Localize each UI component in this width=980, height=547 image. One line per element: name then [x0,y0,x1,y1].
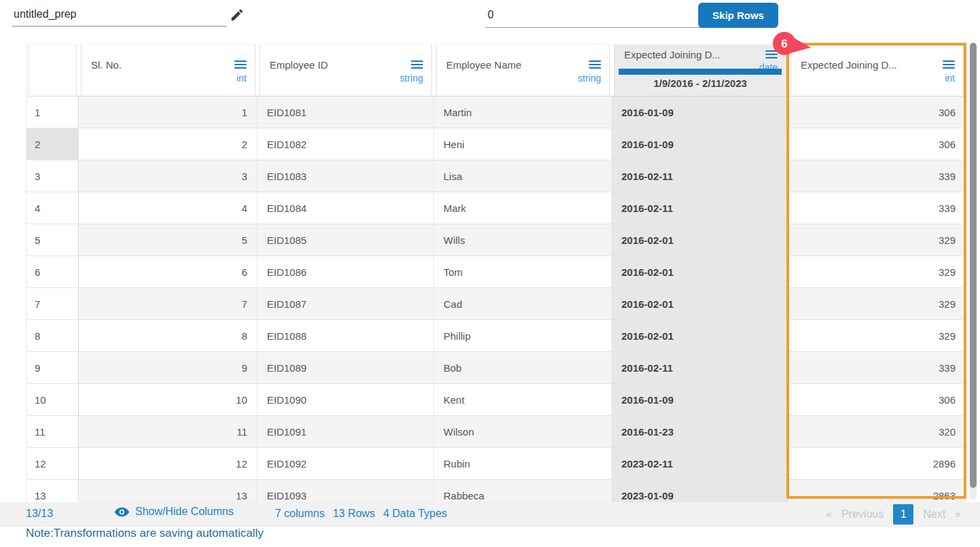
date-range-slider[interactable] [619,69,782,75]
pagination: « Previous 1 Next » [826,504,961,525]
cell-sl-no[interactable]: 4 [79,192,257,224]
cell-sl-no[interactable]: 5 [79,224,257,255]
cell-employee-name[interactable]: Rubin [434,448,612,479]
cell-joining-date[interactable]: 2016-01-09 [612,384,788,415]
cell-employee-id[interactable]: EID1084 [257,192,434,224]
cell-joining-date[interactable]: 2016-02-11 [612,192,788,224]
cell-employee-id[interactable]: EID1088 [257,320,434,351]
column-header-5[interactable]: Expected Joining D...int [788,45,966,96]
prep-name-input[interactable] [12,3,227,27]
cell-employee-id[interactable]: EID1092 [257,448,434,479]
row-number-cell[interactable]: 3 [26,160,79,192]
cell-joining-days[interactable]: 329 [788,224,966,255]
column-menu-icon[interactable] [943,60,955,71]
row-number-cell[interactable]: 6 [26,256,79,287]
cell-employee-id[interactable]: EID1081 [257,96,434,128]
cell-joining-days[interactable]: 339 [788,192,966,224]
cell-employee-name[interactable]: Lisa [434,160,612,192]
cell-employee-id[interactable]: EID1090 [257,384,434,415]
previous-page-arrow[interactable]: « [826,508,832,520]
cell-sl-no[interactable]: 12 [79,448,257,479]
cell-sl-no[interactable]: 8 [79,320,257,351]
column-header-1[interactable]: Sl. No.int [79,45,257,96]
cell-sl-no[interactable]: 9 [79,352,257,383]
row-number-cell[interactable]: 8 [26,320,79,351]
cell-sl-no[interactable]: 1 [79,96,257,128]
cell-employee-name[interactable]: Martin [434,96,612,128]
cell-employee-name[interactable]: Cad [434,288,612,319]
column-type-label: string [400,73,423,84]
cell-employee-name[interactable]: Bob [434,352,612,383]
cell-employee-name[interactable]: Kent [434,384,612,415]
cell-joining-date[interactable]: 2016-01-23 [612,416,788,447]
edit-prep-name-button[interactable] [228,7,246,24]
cell-joining-days[interactable]: 306 [788,128,966,160]
row-number-header-box [29,45,77,96]
row-number-cell[interactable]: 1 [26,96,79,128]
column-header-box: Expected Joining D...int [791,45,964,96]
cell-employee-name[interactable]: Phillip [434,320,612,351]
cell-joining-date[interactable]: 2016-02-11 [612,352,788,383]
cell-employee-name[interactable]: Mark [434,192,612,224]
row-count-label: 13/13 [26,508,53,520]
cell-joining-days[interactable]: 339 [788,160,966,192]
row-number-cell[interactable]: 4 [26,192,79,224]
row-number-cell[interactable]: 10 [26,384,79,415]
cell-sl-no[interactable]: 11 [79,416,257,447]
cell-employee-id[interactable]: EID1089 [257,352,434,383]
cell-joining-days[interactable]: 306 [788,384,966,415]
cell-joining-days[interactable]: 329 [788,256,966,287]
column-header-4[interactable]: Expected Joining D...date1/9/2016 - 2/11… [612,45,788,96]
column-header-2[interactable]: Employee IDstring [257,45,434,96]
cell-joining-date[interactable]: 2016-02-11 [612,160,788,192]
cell-employee-id[interactable]: EID1083 [257,160,434,192]
column-menu-icon[interactable] [234,60,247,71]
skip-rows-input[interactable] [485,3,702,28]
cell-employee-id[interactable]: EID1091 [257,416,434,447]
cell-employee-name[interactable]: Wills [434,224,612,255]
next-page-button[interactable]: Next [923,508,945,520]
cell-employee-id[interactable]: EID1085 [257,224,434,255]
next-page-arrow[interactable]: » [955,508,961,520]
cell-joining-date[interactable]: 2016-01-09 [612,96,788,128]
cell-joining-date[interactable]: 2016-02-01 [612,288,788,319]
cell-employee-id[interactable]: EID1086 [257,256,434,287]
column-header-3[interactable]: Employee Namestring [434,45,612,96]
cell-sl-no[interactable]: 2 [79,128,257,160]
cell-employee-name[interactable]: Heni [434,128,612,160]
cell-employee-name[interactable]: Tom [434,256,612,287]
cell-sl-no[interactable]: 6 [79,256,257,287]
row-number-cell[interactable]: 5 [26,224,79,255]
cell-joining-date[interactable]: 2016-01-09 [612,128,788,160]
cell-joining-days[interactable]: 320 [788,416,966,447]
row-number-cell[interactable]: 11 [26,416,79,447]
cell-joining-date[interactable]: 2016-02-01 [612,256,788,287]
previous-page-button[interactable]: Previous [841,508,884,520]
svg-text:6: 6 [781,37,787,50]
cell-joining-days[interactable]: 2896 [788,448,966,479]
vertical-scrollbar-thumb[interactable] [970,43,977,488]
cell-sl-no[interactable]: 3 [79,160,257,192]
show-hide-columns-button[interactable]: Show/Hide Columns [114,506,234,518]
skip-rows-button[interactable]: Skip Rows [698,3,778,28]
row-number-cell[interactable]: 7 [26,288,79,319]
column-menu-icon[interactable] [589,60,601,71]
cell-joining-date[interactable]: 2023-02-11 [612,448,788,479]
cell-employee-id[interactable]: EID1082 [257,128,434,160]
cell-joining-days[interactable]: 329 [788,288,966,319]
cell-joining-date[interactable]: 2016-02-01 [612,224,788,255]
column-menu-icon[interactable] [411,60,423,71]
row-number-cell[interactable]: 9 [26,352,79,383]
cell-sl-no[interactable]: 7 [79,288,257,319]
cell-joining-days[interactable]: 339 [788,352,966,383]
cell-joining-days[interactable]: 329 [788,320,966,351]
page-number-button[interactable]: 1 [893,504,913,525]
row-number-cell[interactable]: 2 [26,128,79,160]
cell-employee-id[interactable]: EID1087 [257,288,434,319]
cell-joining-date[interactable]: 2016-02-01 [612,320,788,351]
table-summary: 7 columns 13 Rows 4 Data Types [275,508,447,520]
row-number-cell[interactable]: 12 [26,448,79,479]
cell-joining-days[interactable]: 306 [788,96,966,128]
cell-employee-name[interactable]: Wilson [434,416,612,447]
cell-sl-no[interactable]: 10 [79,384,257,415]
